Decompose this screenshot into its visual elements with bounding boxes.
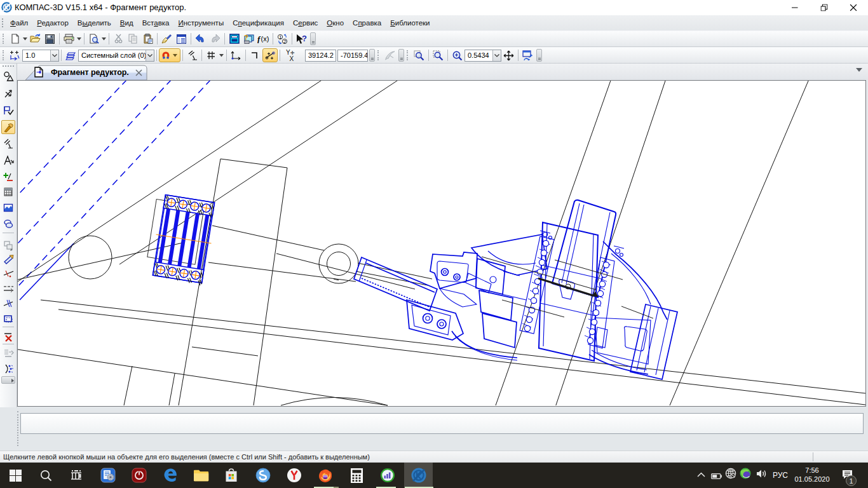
svg-text:1: 1 [279,34,282,40]
svg-text:?: ? [244,34,248,41]
svg-text:(x): (x) [261,35,269,43]
svg-text:2: 2 [283,39,287,44]
svg-text:?: ? [302,34,307,43]
